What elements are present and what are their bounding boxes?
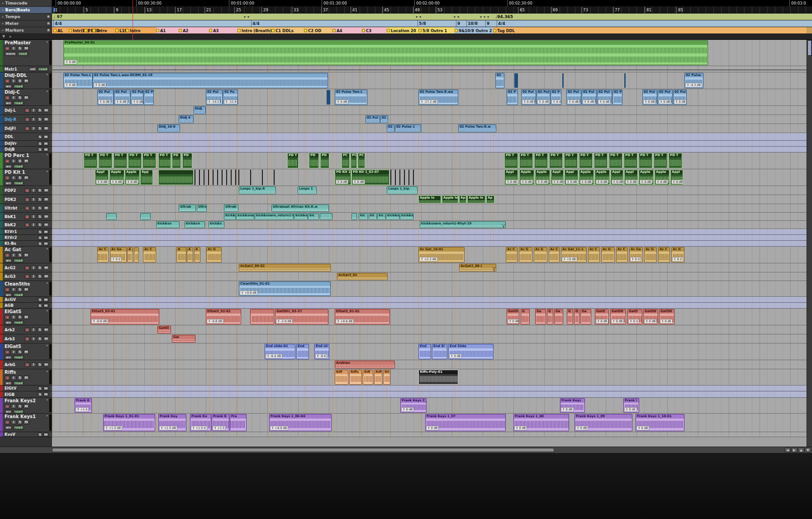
audio-clip[interactable]: kick&snare_ret [236, 213, 254, 220]
track-options-icon[interactable]: ▾ [46, 370, 48, 373]
input-monitor-button[interactable]: I [11, 287, 16, 292]
tempo-change-marker[interactable]: ▾ [416, 14, 418, 20]
audio-clip[interactable]: Ac C [143, 247, 156, 262]
audio-clip[interactable]: 02 Pulse Two.L↕ 0 dB [63, 73, 93, 88]
mute-button[interactable]: M [24, 287, 29, 292]
track-options-icon[interactable]: ▾ [46, 247, 48, 251]
record-enable-button[interactable]: ● [5, 253, 10, 257]
track-lane-clean5ths[interactable]: Clean5ths_01-01↕ +0.6 dB [52, 281, 807, 297]
clip-gain-badge[interactable]: ↕ -12.4 [224, 100, 237, 104]
track-options-icon[interactable]: ▾ [46, 309, 48, 313]
audio-clip[interactable]: 02 Pulse Two.L.wav-DCRM_02-19↕ 0 dB [93, 73, 328, 88]
clip-gain-badge[interactable]: ↕ 0 dB [671, 180, 683, 184]
audio-clip[interactable]: 02 P [144, 90, 154, 105]
audio-clip[interactable]: kii [369, 213, 377, 220]
audio-clip[interactable]: Arabian [335, 361, 395, 368]
record-enable-button[interactable]: ● [5, 287, 10, 292]
track-name[interactable]: AcG2 [4, 266, 24, 270]
track-lane-acgv[interactable] [52, 297, 807, 303]
clip-gain-badge[interactable]: ↕ 0 dB [565, 180, 578, 184]
clip-gain-badge[interactable]: ↕ -0.8 dB [91, 319, 108, 324]
audio-clip[interactable]: kick&snare_return1-Rhyt-19╳ [420, 221, 506, 228]
track-lane-riffs[interactable]: RiffRiffsRiffRiffRilRiffs-Poly-01 [52, 369, 807, 386]
audio-clip[interactable]: Loops 1 [298, 186, 317, 194]
record-enable-button[interactable]: ● [24, 108, 30, 113]
clip-sliver[interactable] [624, 73, 626, 88]
automation-mode-selector[interactable]: read [13, 164, 24, 169]
track-view-selector[interactable]: wv [5, 181, 12, 186]
clip-gain-badge[interactable]: ↕ 0 dB [96, 180, 109, 184]
record-enable-button[interactable]: ● [24, 214, 30, 219]
audio-clip[interactable]: kick&sn [185, 221, 205, 228]
edit-canvas[interactable]: PreMaster_04-01↕ 0 dB02 Pulse Two.L↕ 0 d… [52, 40, 807, 447]
track-lane-pd-kit-1[interactable]: Appl↕ 0 dBApple↕ 0 dBApple↕ 0 dBAppPD Ki… [52, 169, 807, 186]
clip-gain-badge[interactable]: ↕ 0 dB [580, 180, 593, 184]
track-name[interactable]: Frank Keys1 [4, 414, 48, 419]
audio-clip[interactable]: 02 [387, 124, 394, 132]
audio-clip[interactable]: Apple↕ 0 dB [535, 170, 550, 185]
audio-clip[interactable]: PD T [654, 153, 667, 168]
track-name[interactable]: Riffs [4, 369, 48, 375]
clip-gain-badge[interactable]: ↕ 0 dB [110, 180, 123, 184]
track-lane-bbk2[interactable]: kick&snkick&snkick&skick&snare_return1-R… [52, 221, 807, 229]
clip-gain-badge[interactable]: ↕ 0 dB [636, 426, 649, 430]
meter-event[interactable]: 4/4 [251, 20, 260, 27]
clip-gain-badge[interactable]: ↕ 0 dB [426, 426, 439, 430]
mute-button[interactable]: M [24, 79, 29, 83]
bar-number-tick[interactable]: 13 [145, 7, 152, 14]
record-enable-button[interactable]: ● [5, 95, 10, 100]
record-enable-button[interactable]: ● [5, 350, 10, 354]
track-header-bbk1[interactable]: BbK1●ISM [0, 213, 52, 221]
track-name[interactable]: Mstr1 [4, 67, 28, 71]
audio-clip[interactable]: Frank Keys 2_0↕ 0 dB [400, 398, 427, 413]
record-enable-button[interactable]: ● [24, 117, 30, 122]
clip-gain-badge[interactable]: ↕ +1.5 dB [159, 426, 177, 430]
audio-clip[interactable]: G [567, 309, 573, 324]
tempo-event[interactable]: ♩ 97 [53, 14, 62, 20]
audio-clip[interactable] [250, 309, 274, 324]
timecode-tick[interactable]: 00:01:00:00 [229, 0, 254, 7]
track-header-arb2[interactable]: Arb2●ISM [0, 325, 52, 334]
input-monitor-button[interactable]: I [11, 159, 16, 163]
clip-gain-badge[interactable]: ↕ 0 dB [674, 100, 687, 104]
audio-clip[interactable]: PD T [128, 153, 142, 168]
audio-clip[interactable]: 02 Pul↕ 0 dB [131, 90, 143, 105]
mute-button[interactable]: M [43, 328, 48, 332]
clip-gain-badge[interactable]: ↕ 0 d [628, 319, 639, 324]
record-enable-button[interactable]: ● [24, 266, 30, 270]
marker[interactable]: C2 OD [304, 27, 321, 34]
input-monitor-button[interactable]: I [11, 46, 16, 51]
solo-button[interactable]: S [17, 315, 23, 319]
track-view-selector[interactable]: wv [5, 381, 12, 385]
track-lane-mstr1[interactable] [52, 66, 807, 72]
tempo-change-marker[interactable]: ▾ [487, 14, 489, 20]
clip-gain-badge[interactable]: ↕ +1.5 [76, 407, 89, 412]
audio-clip[interactable]: Ac C [658, 247, 670, 262]
audio-clip[interactable]: PD T [158, 153, 171, 168]
track-lane-arb2[interactable]: GatOl [52, 325, 807, 334]
clip-gain-badge[interactable]: ↕ +0.6 dB [336, 319, 354, 324]
track-header-elgtv[interactable]: ElGtVSM [0, 386, 52, 391]
bars-beats-ruler[interactable]: 1591317212529333741454953656973778185 [52, 7, 812, 14]
automation-mode-selector[interactable]: read [13, 355, 24, 360]
marker[interactable]: A1 [156, 27, 166, 34]
record-enable-button[interactable]: ● [5, 159, 10, 163]
midi-hit-clips[interactable] [238, 170, 281, 185]
audio-clip[interactable]: PD Kit 1↕ 0 dB [335, 170, 351, 185]
audio-clip[interactable]: Ultra [197, 205, 207, 212]
track-options-icon[interactable]: ▾ [46, 281, 48, 285]
track-name[interactable]: ElGatS [4, 309, 48, 314]
audio-clip[interactable]: 02 Pul↕ 0 dB [582, 90, 597, 105]
meter-event[interactable]: 4/4 [53, 20, 62, 27]
input-monitor-button[interactable]: I [31, 126, 36, 131]
track-header-arb3[interactable]: Arb3●ISM [0, 334, 52, 343]
solo-button[interactable]: S [38, 148, 43, 152]
clip-gain-badge[interactable]: ↕ 0 dB [643, 100, 656, 104]
input-monitor-button[interactable]: I [11, 253, 16, 257]
mute-button[interactable]: M [43, 223, 48, 227]
tempo-change-marker[interactable]: ▾ [484, 14, 485, 20]
audio-clip[interactable]: kick&s [386, 213, 399, 220]
automation-mode-selector[interactable]: read [13, 381, 24, 385]
audio-clip[interactable]: Frank K↕ +1.5 [212, 414, 229, 431]
solo-button[interactable]: S [37, 197, 43, 202]
